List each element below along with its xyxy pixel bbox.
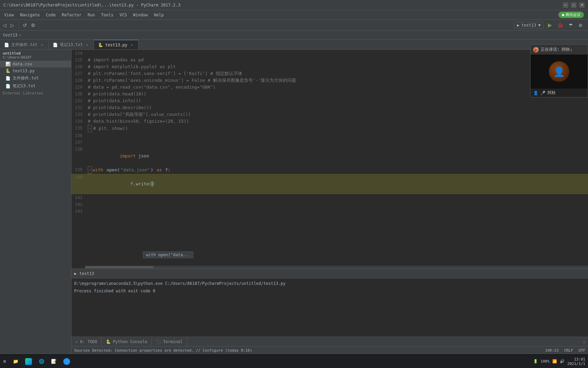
cursor-position: 140:13	[545, 348, 559, 353]
sidebar-item-biji[interactable]: 📄 笔记13.txt	[0, 82, 71, 90]
csv-icon: 📊	[5, 62, 11, 66]
menu-run[interactable]: Run	[85, 11, 98, 19]
code-line-134: 134 # data.hist(bins=50, figsize=(20, 15…	[71, 118, 588, 125]
window-title: C:\Users\86187\PycharmProjects\untitled\…	[3, 3, 180, 7]
explorer-icon: 📁	[13, 359, 18, 364]
tab-close-wenjian[interactable]: ✕	[39, 43, 44, 47]
menu-view[interactable]: View	[1, 11, 17, 19]
bottom-tab-terminal[interactable]: ⬛ Terminal	[152, 337, 187, 347]
code-line-137: 137	[71, 139, 588, 146]
window-controls[interactable]: ─ □ ✕	[563, 2, 585, 8]
taskbar-pycharm[interactable]	[22, 355, 35, 368]
run-panel: ▶ test13 D:\myprograms\anaconda3.5\pytho…	[71, 269, 588, 337]
refresh-button[interactable]: ↺	[21, 22, 28, 29]
run-button[interactable]: ▶	[546, 21, 553, 29]
minimize-button[interactable]: ─	[563, 2, 568, 8]
run-panel-header: ▶ test13	[71, 269, 588, 278]
menu-tools[interactable]: Tools	[98, 11, 116, 19]
menu-bar: View Navigate Code Refactor Run Tools VC…	[0, 10, 588, 20]
taskbar-notepad[interactable]: 📝	[48, 355, 60, 368]
code-line-132: 132 # print(data.describe())	[71, 104, 588, 111]
horizontal-scrollbar[interactable]	[85, 266, 588, 269]
code-line-142: 142	[71, 201, 588, 208]
run-output-exit: Process finished with exit code 0	[74, 289, 585, 293]
sidebar-item-datacsv[interactable]: 📊 data.csv	[0, 61, 71, 67]
todo-icon: ✓	[76, 339, 78, 344]
tab-biji[interactable]: 📄 笔记13.txt ✕	[49, 40, 94, 49]
sidebar: untitled C:\Users\86187 📊 data.csv 🐍 tes…	[0, 50, 71, 354]
menu-vcs[interactable]: VCS	[117, 11, 130, 19]
code-line-136: 136	[71, 132, 588, 139]
code-line-139: 139 ▾ with open( "data.json" ) as f:	[71, 166, 588, 174]
txt-icon1: 📄	[5, 76, 11, 81]
clock-date: 2021/1/1	[567, 362, 585, 366]
sidebar-external-libraries: External Libraries	[0, 90, 71, 96]
network-icon: 📶	[552, 359, 557, 364]
maximize-button[interactable]: □	[571, 2, 576, 8]
sidebar-item-wenjian[interactable]: 📄 文件操作.txt	[0, 74, 71, 82]
system-clock: 13:01 2021/1/1	[567, 357, 585, 366]
video-main-view: 👤	[530, 55, 588, 89]
forward-button[interactable]: ▷	[9, 22, 16, 29]
breadcrumb-project[interactable]: test13	[3, 33, 17, 37]
autocomplete-tooltip: with open("data...	[143, 251, 193, 258]
windows-icon: ⊞	[3, 359, 6, 364]
close-button[interactable]: ✕	[579, 2, 585, 8]
menu-code[interactable]: Code	[43, 11, 59, 19]
code-line-127: 127 # plt.rcParams['font.sans-serif'] = …	[71, 70, 588, 77]
menu-refactor[interactable]: Refactor	[59, 11, 84, 19]
participant-avatar: 👤	[549, 61, 569, 82]
tab-close-test13[interactable]: ✕	[129, 43, 134, 47]
taskbar-right: 🔋 100% 📶 🔊 13:01 2021/1/1	[533, 357, 588, 366]
title-bar: C:\Users\86187\PycharmProjects\untitled\…	[0, 0, 588, 10]
run-config-selector[interactable]: ▶ test13 ▼	[514, 22, 544, 29]
event-log-message[interactable]: Sources Detected: Connection properties …	[74, 348, 540, 353]
pycharm-icon	[25, 358, 32, 365]
run-panel-title: test13	[79, 271, 94, 276]
settings-button[interactable]: ⚙	[30, 22, 37, 29]
code-line-124: 124	[71, 50, 588, 57]
back-button[interactable]: ◁	[1, 22, 8, 29]
menu-window[interactable]: Window	[130, 11, 150, 19]
bottom-tab-todo[interactable]: ✓ 6: TODO	[71, 337, 102, 347]
encoding-label: UTF	[578, 348, 585, 353]
code-editor[interactable]: 124 125 # import pandas as pd 126 # impo…	[71, 50, 588, 269]
notepad-icon: 📝	[51, 359, 56, 364]
scrollbar-thumb[interactable]	[85, 266, 153, 268]
mic-active-icon: 🎤	[533, 47, 539, 52]
terminal-icon: ⬛	[156, 339, 161, 344]
taskbar-start[interactable]: ⊞	[0, 355, 10, 368]
app5-icon	[63, 358, 70, 365]
toolbar: ◁ ▷ ↺ ⚙ ▶ test13 ▼ ▶ 🐞 ☂ ⊛	[0, 20, 588, 31]
taskbar-explorer[interactable]: 📁	[10, 355, 22, 368]
menu-navigate[interactable]: Navigate	[17, 11, 43, 19]
taskbar-browser[interactable]: 🌐	[35, 355, 48, 368]
video-call-footer: 👤 🎤 阿秋	[530, 89, 588, 97]
tab-wenjian[interactable]: 📄 文件操作.txt ✕	[0, 40, 49, 49]
tab-close-biji[interactable]: ✕	[85, 43, 89, 47]
py-icon: 🐍	[5, 68, 11, 73]
code-line-140: 140 f.write()	[71, 174, 588, 194]
code-lines: 124 125 # import pandas as pd 126 # impo…	[71, 50, 588, 215]
main-content: untitled C:\Users\86187 📊 data.csv 🐍 tes…	[0, 50, 588, 354]
code-line-128: 128 # plt.rcParams['axes.unicode_minus']…	[71, 77, 588, 84]
tab-test13[interactable]: 🐍 test13.py ✕	[94, 40, 138, 49]
code-line-135: 135 ▸ # plt. show()	[71, 125, 588, 132]
menu-help[interactable]: Help	[151, 11, 166, 19]
debug-button[interactable]: 🐞	[556, 22, 565, 29]
coverage-button[interactable]: ☂	[567, 22, 574, 29]
code-line-138: 138 import json	[71, 146, 588, 166]
video-call-header: 🎤 正在讲话: 阿秋;	[530, 45, 588, 55]
participant-name: 阿秋	[548, 90, 556, 96]
bottom-tabs-bar: ✓ 6: TODO 🐍 Python Console ⬛ Terminal ⚠	[71, 337, 588, 346]
taskbar-app5[interactable]	[60, 355, 74, 368]
bottom-tab-python-console[interactable]: 🐍 Python Console	[102, 337, 152, 347]
tencent-meeting-btn[interactable]: ● 腾讯会议	[558, 12, 584, 18]
video-call-overlay: 🎤 正在讲话: 阿秋; 👤 👤 🎤 阿秋	[530, 44, 588, 97]
sidebar-item-test13py[interactable]: 🐍 test13.py	[0, 67, 71, 74]
taskbar: ⊞ 📁 🌐 📝 🔋 100% 📶 🔊 13:01 2021/1/1	[0, 354, 588, 368]
code-line-131: 131 # print(data.info())	[71, 97, 588, 104]
profile-button[interactable]: ⊛	[577, 22, 584, 29]
tab-icon-txt: 📄	[4, 43, 9, 47]
run-icon: ▶	[74, 271, 77, 276]
